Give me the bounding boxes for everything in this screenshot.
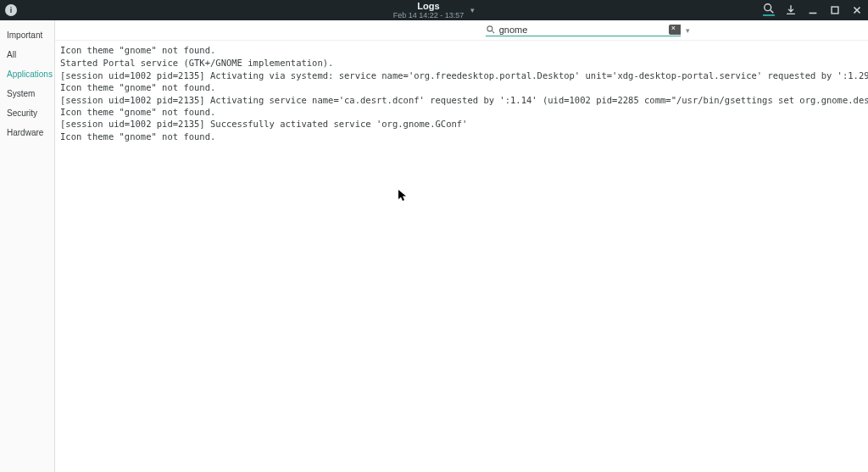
log-row[interactable]: Icon theme "gnome" not found. (58, 106, 868, 118)
sidebar-item-system[interactable]: System (0, 84, 54, 103)
sidebar-item-important[interactable]: Important (0, 25, 54, 45)
log-row[interactable]: [session uid=1002 pid=2135] Activating s… (58, 94, 868, 106)
headerbar-center[interactable]: Logs Feb 14 14:22 - 13:57 ▾ (393, 2, 476, 19)
log-row[interactable]: [session uid=1002 pid=2135] Activating v… (58, 69, 868, 81)
window-subtitle: Feb 14 14:22 - 13:57 (393, 11, 465, 19)
search-icon (486, 25, 496, 35)
headerbar: i Logs Feb 14 14:22 - 13:57 ▾ (0, 0, 868, 20)
log-message: [session uid=1002 pid=2135] Activating s… (60, 95, 868, 105)
search-icon[interactable] (763, 4, 775, 16)
svg-rect-3 (832, 7, 838, 14)
sidebar-item-all[interactable]: All (0, 45, 54, 64)
body: ImportantAllApplicationsSystemSecurityHa… (0, 20, 868, 472)
minimize-icon[interactable] (807, 4, 819, 16)
search-options-icon[interactable]: ▾ (686, 26, 690, 35)
headerbar-right (763, 4, 863, 16)
svg-point-0 (765, 4, 771, 11)
log-row[interactable]: Icon theme "gnome" not found.81 (58, 81, 868, 94)
log-message: Icon theme "gnome" not found. (60, 45, 868, 55)
log-message: Icon theme "gnome" not found. (60, 131, 868, 142)
log-row[interactable]: [session uid=1002 pid=2135] Successfully… (58, 118, 868, 130)
maximize-icon[interactable] (829, 4, 841, 16)
headerbar-left: i (5, 4, 17, 16)
searchbar: ▾ (55, 20, 868, 41)
log-list[interactable]: Icon theme "gnome" not found.1513:57Star… (55, 41, 868, 472)
mouse-cursor-icon (398, 190, 407, 202)
export-icon[interactable] (785, 4, 797, 16)
log-message: [session uid=1002 pid=2135] Successfully… (60, 119, 868, 129)
sidebar-item-applications[interactable]: Applications (0, 64, 54, 84)
log-message: Started Portal service (GTK+/GNOME imple… (60, 58, 868, 68)
search-field[interactable] (486, 25, 681, 36)
log-message: Icon theme "gnome" not found. (60, 107, 868, 117)
log-row[interactable]: Started Portal service (GTK+/GNOME imple… (58, 57, 868, 69)
clear-icon[interactable] (669, 25, 681, 35)
search-input[interactable] (499, 25, 665, 35)
log-row[interactable]: Icon theme "gnome" not found.2 (58, 130, 868, 143)
chevron-down-icon[interactable]: ▾ (470, 6, 475, 14)
log-row[interactable]: Icon theme "gnome" not found.1513:57 (58, 44, 868, 57)
log-message: Icon theme "gnome" not found. (60, 82, 868, 92)
app-icon: i (5, 4, 17, 16)
window-title: Logs (417, 2, 439, 12)
sidebar-item-security[interactable]: Security (0, 103, 54, 123)
close-icon[interactable] (851, 4, 863, 16)
svg-line-7 (492, 31, 494, 33)
sidebar: ImportantAllApplicationsSystemSecurityHa… (0, 20, 55, 472)
log-message: [session uid=1002 pid=2135] Activating v… (60, 70, 868, 81)
main: ▾ Icon theme "gnome" not found.1513:57St… (55, 20, 868, 472)
svg-point-6 (487, 25, 492, 31)
svg-line-1 (771, 10, 774, 14)
title-block: Logs Feb 14 14:22 - 13:57 (393, 2, 465, 19)
sidebar-item-hardware[interactable]: Hardware (0, 123, 54, 142)
